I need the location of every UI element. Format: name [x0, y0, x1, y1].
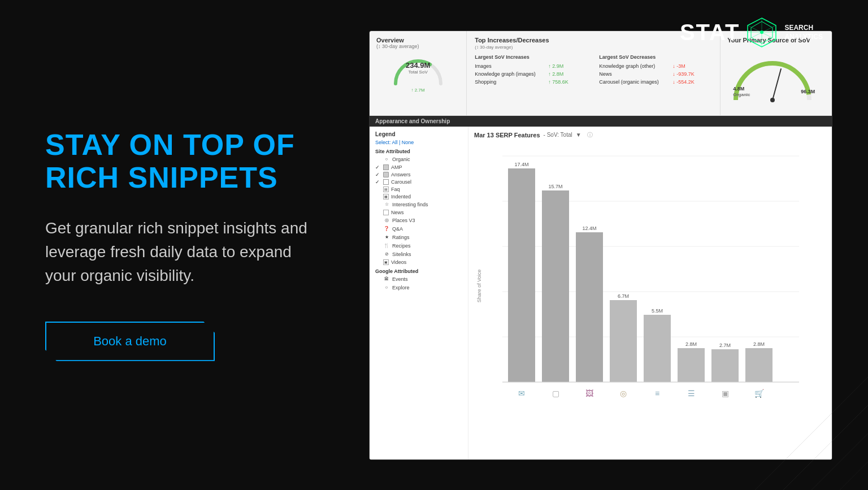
legend-select[interactable]: Select: All | None — [375, 140, 462, 145]
sov-gauge-svg — [727, 49, 818, 106]
google-attributed-label: Google Attributed — [375, 268, 462, 274]
svg-text:≡: ≡ — [655, 389, 659, 398]
legend-title: Legend — [375, 131, 462, 137]
headline-line1: STAY ON TOP OF — [45, 128, 295, 161]
sov-change: ↑ 2.7M — [411, 88, 425, 93]
decrease-row-news: News ↓ -939.7K — [599, 71, 712, 77]
svg-text:◎: ◎ — [620, 389, 627, 398]
legend-amp: ✓ AMP — [375, 164, 462, 170]
legend-faq: ▤ Faq — [375, 187, 462, 192]
legend-news: News — [375, 210, 462, 215]
site-attributed-label: Site Attributed — [375, 149, 462, 154]
legend-indented: ▦ Indented — [375, 194, 462, 200]
bar-faq — [644, 315, 671, 382]
svg-line-33 — [783, 405, 868, 490]
logo-area: STAT SEARCH ANALYTICS — [680, 17, 823, 48]
sov-value1: 4.8M Organic — [733, 86, 750, 97]
svg-text:Share of Voice: Share of Voice — [476, 269, 482, 302]
book-demo-button[interactable]: Book a demo — [45, 322, 215, 361]
gauge-text: 234.9M Total SoV — [406, 61, 430, 75]
svg-text:17.4M: 17.4M — [514, 162, 528, 167]
top-increases-avg: (↕ 30-day average) — [475, 45, 712, 50]
legend-recipes: 🍴 Recipes — [375, 242, 462, 249]
analytics-text: SEARCH ANALYTICS — [784, 24, 823, 41]
left-panel: STAY ON TOP OF RICH SNIPPETS Get granula… — [0, 0, 350, 490]
stat-logo-diamond — [747, 17, 778, 48]
legend-explore: ○ Explore — [375, 284, 462, 291]
overview-section: Overview (↕ 30-day average) 234.9M Total… — [370, 31, 467, 115]
total-sov-label: Total SoV — [406, 70, 430, 75]
svg-line-36 — [840, 462, 868, 490]
sov-gauge: 4.8M Organic 96.3M — [727, 49, 818, 100]
headline: STAY ON TOP OF RICH SNIPPETS — [45, 129, 316, 193]
legend-panel: Legend Select: All | None Site Attribute… — [370, 127, 468, 460]
increase-row-images: Images ↑ 2.9M — [475, 63, 588, 69]
largest-decreases-header: Largest SoV Decreases — [599, 54, 712, 60]
legend-places: ◎ Places V3 — [375, 217, 462, 224]
svg-text:15.7M: 15.7M — [548, 184, 562, 189]
legend-answers: ✓ Answers — [375, 172, 462, 177]
svg-text:12.4M: 12.4M — [582, 226, 596, 231]
increase-row-knowledge: Knowledge graph (images) ↑ 2.8M — [475, 71, 588, 77]
svg-text:▢: ▢ — [552, 389, 559, 398]
svg-line-0 — [772, 69, 781, 100]
total-sov-value: 234.9M — [406, 61, 430, 70]
decrease-row-kg-other: Knowledge graph (other) ↓ -3M — [599, 63, 712, 69]
overview-title: Overview — [376, 37, 404, 44]
bar-carousel — [610, 300, 637, 382]
legend-interesting: ☆ Interesting finds — [375, 201, 462, 208]
chart-subtitle: - SoV: Total — [544, 132, 572, 138]
chart-title: Mar 13 SERP Features — [474, 132, 540, 138]
legend-carousel: ✓ Carousel — [375, 179, 462, 185]
svg-line-35 — [811, 433, 868, 490]
svg-text:🖼: 🖼 — [585, 389, 593, 398]
legend-qa: ❓ Q&A — [375, 226, 462, 232]
legend-organic: ○ Organic — [375, 156, 462, 163]
appearance-bar: Appearance and Ownership — [370, 116, 832, 127]
svg-text:✉: ✉ — [518, 389, 525, 398]
subtext: Get granular rich snippet insights and l… — [45, 216, 316, 288]
svg-point-32 — [760, 31, 763, 34]
svg-text:6.7M: 6.7M — [618, 293, 629, 299]
legend-ratings: ★ Ratings — [375, 234, 462, 241]
svg-text:☰: ☰ — [688, 389, 695, 398]
svg-text:2.8M: 2.8M — [685, 341, 697, 347]
top-increases-title: Top Increases/Decreases — [475, 37, 712, 44]
stat-logo-text: STAT — [680, 20, 740, 45]
bar-answers — [576, 232, 603, 382]
bar-organic — [508, 168, 535, 382]
largest-increases-header: Largest SoV Increases — [475, 54, 588, 60]
gauge-container: 234.9M Total SoV — [390, 53, 446, 86]
deco-lines — [698, 320, 868, 490]
sov-value2: 96.3M — [801, 89, 815, 94]
decrease-row-carousel: Carousel (organic images) ↓ -554.2K — [599, 79, 712, 85]
increase-row-shopping: Shopping ↑ 758.6K — [475, 79, 588, 85]
chart-header: Mar 13 SERP Features - SoV: Total ▼ ⓘ — [474, 131, 826, 139]
headline-line2: RICH SNIPPETS — [45, 161, 278, 194]
legend-events: 🏛 Events — [375, 276, 462, 283]
page-wrapper: STAY ON TOP OF RICH SNIPPETS Get granula… — [0, 0, 868, 490]
bar-amp — [542, 190, 569, 382]
overview-average: (↕ 30-day average) — [376, 44, 419, 49]
svg-point-1 — [770, 98, 775, 102]
legend-sitelinks: ⊘ Sitelinks — [375, 251, 462, 258]
svg-text:5.5M: 5.5M — [652, 308, 663, 314]
svg-line-34 — [755, 377, 868, 490]
legend-videos: ▣ Videos — [375, 259, 462, 265]
